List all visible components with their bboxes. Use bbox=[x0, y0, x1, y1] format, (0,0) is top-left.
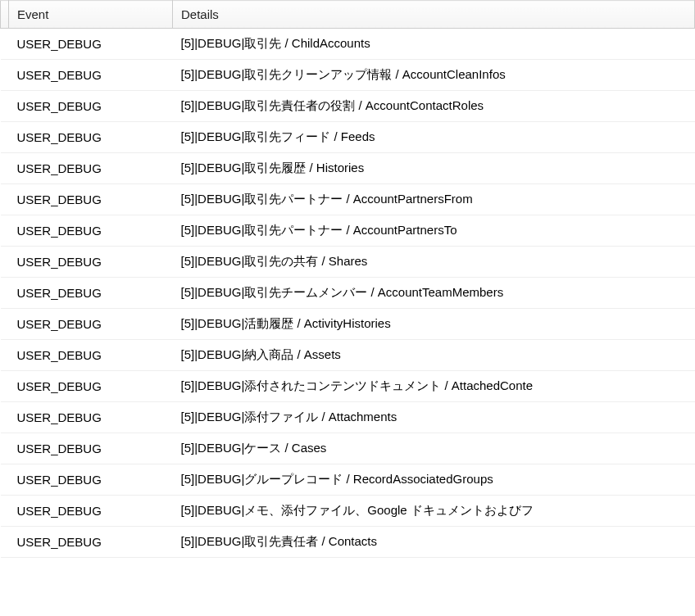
row-checkbox[interactable] bbox=[1, 496, 9, 527]
table-row[interactable]: USER_DEBUG[5]|DEBUG|添付されたコンテンツドキュメント / A… bbox=[1, 371, 695, 402]
row-checkbox[interactable] bbox=[1, 184, 9, 215]
event-cell: USER_DEBUG bbox=[9, 371, 173, 402]
details-cell: [5]|DEBUG|添付されたコンテンツドキュメント / AttachedCon… bbox=[173, 371, 695, 402]
details-cell: [5]|DEBUG|取引先履歴 / Histories bbox=[173, 153, 695, 184]
event-cell: USER_DEBUG bbox=[9, 402, 173, 433]
details-cell: [5]|DEBUG|取引先の共有 / Shares bbox=[173, 247, 695, 278]
event-cell: USER_DEBUG bbox=[9, 91, 173, 122]
row-checkbox[interactable] bbox=[1, 247, 9, 278]
event-cell: USER_DEBUG bbox=[9, 60, 173, 91]
event-cell: USER_DEBUG bbox=[9, 340, 173, 371]
row-checkbox[interactable] bbox=[1, 371, 9, 402]
table-row[interactable]: USER_DEBUG[5]|DEBUG|取引先の共有 / Shares bbox=[1, 247, 695, 278]
row-checkbox[interactable] bbox=[1, 278, 9, 309]
event-cell: USER_DEBUG bbox=[9, 496, 173, 527]
event-cell: USER_DEBUG bbox=[9, 247, 173, 278]
details-cell: [5]|DEBUG|取引先パートナー / AccountPartnersTo bbox=[173, 215, 695, 247]
table-header-row: Event Details bbox=[1, 1, 695, 29]
table-row[interactable]: USER_DEBUG[5]|DEBUG|添付ファイル / Attachments bbox=[1, 402, 695, 433]
row-checkbox[interactable] bbox=[1, 153, 9, 184]
event-cell: USER_DEBUG bbox=[9, 527, 173, 558]
details-cell: [5]|DEBUG|グループレコード / RecordAssociatedGro… bbox=[173, 464, 695, 496]
details-cell: [5]|DEBUG|取引先責任者 / Contacts bbox=[173, 527, 695, 558]
table-row[interactable]: USER_DEBUG[5]|DEBUG|取引先チームメンバー / Account… bbox=[1, 278, 695, 309]
table-row[interactable]: USER_DEBUG[5]|DEBUG|取引先履歴 / Histories bbox=[1, 153, 695, 184]
event-cell: USER_DEBUG bbox=[9, 464, 173, 496]
table-row[interactable]: USER_DEBUG[5]|DEBUG|取引先責任者 / Contacts bbox=[1, 527, 695, 558]
event-cell: USER_DEBUG bbox=[9, 184, 173, 215]
table-row[interactable]: USER_DEBUG[5]|DEBUG|取引先責任者の役割 / AccountC… bbox=[1, 91, 695, 122]
row-checkbox[interactable] bbox=[1, 527, 9, 558]
details-cell: [5]|DEBUG|納入商品 / Assets bbox=[173, 340, 695, 371]
event-cell: USER_DEBUG bbox=[9, 309, 173, 340]
details-cell: [5]|DEBUG|取引先責任者の役割 / AccountContactRole… bbox=[173, 91, 695, 122]
event-cell: USER_DEBUG bbox=[9, 153, 173, 184]
details-cell: [5]|DEBUG|添付ファイル / Attachments bbox=[173, 402, 695, 433]
table-row[interactable]: USER_DEBUG[5]|DEBUG|納入商品 / Assets bbox=[1, 340, 695, 371]
row-checkbox[interactable] bbox=[1, 309, 9, 340]
details-cell: [5]|DEBUG|取引先フィード / Feeds bbox=[173, 122, 695, 153]
table-row[interactable]: USER_DEBUG[5]|DEBUG|取引先パートナー / AccountPa… bbox=[1, 215, 695, 247]
row-checkbox[interactable] bbox=[1, 60, 9, 91]
row-checkbox[interactable] bbox=[1, 464, 9, 496]
event-cell: USER_DEBUG bbox=[9, 278, 173, 309]
row-checkbox[interactable] bbox=[1, 91, 9, 122]
row-checkbox[interactable] bbox=[1, 402, 9, 433]
event-cell: USER_DEBUG bbox=[9, 122, 173, 153]
row-checkbox[interactable] bbox=[1, 29, 9, 60]
details-cell: [5]|DEBUG|メモ、添付ファイル、Google ドキュメントおよびフ bbox=[173, 496, 695, 527]
details-cell: [5]|DEBUG|活動履歴 / ActivityHistories bbox=[173, 309, 695, 340]
event-cell: USER_DEBUG bbox=[9, 433, 173, 464]
table-row[interactable]: USER_DEBUG[5]|DEBUG|活動履歴 / ActivityHisto… bbox=[1, 309, 695, 340]
table-row[interactable]: USER_DEBUG[5]|DEBUG|グループレコード / RecordAss… bbox=[1, 464, 695, 496]
row-checkbox[interactable] bbox=[1, 215, 9, 247]
table-row[interactable]: USER_DEBUG[5]|DEBUG|取引先フィード / Feeds bbox=[1, 122, 695, 153]
header-details[interactable]: Details bbox=[173, 1, 695, 29]
details-cell: [5]|DEBUG|取引先チームメンバー / AccountTeamMember… bbox=[173, 278, 695, 309]
row-checkbox[interactable] bbox=[1, 122, 9, 153]
details-cell: [5]|DEBUG|取引先クリーンアップ情報 / AccountCleanInf… bbox=[173, 60, 695, 91]
table-row[interactable]: USER_DEBUG[5]|DEBUG|取引先パートナー / AccountPa… bbox=[1, 184, 695, 215]
details-cell: [5]|DEBUG|取引先 / ChildAccounts bbox=[173, 29, 695, 60]
details-cell: [5]|DEBUG|取引先パートナー / AccountPartnersFrom bbox=[173, 184, 695, 215]
details-cell: [5]|DEBUG|ケース / Cases bbox=[173, 433, 695, 464]
row-checkbox[interactable] bbox=[1, 433, 9, 464]
table-row[interactable]: USER_DEBUG[5]|DEBUG|メモ、添付ファイル、Google ドキュ… bbox=[1, 496, 695, 527]
table-row[interactable]: USER_DEBUG[5]|DEBUG|ケース / Cases bbox=[1, 433, 695, 464]
header-checkbox[interactable] bbox=[1, 1, 9, 29]
event-cell: USER_DEBUG bbox=[9, 215, 173, 247]
debug-log-table: Event Details USER_DEBUG[5]|DEBUG|取引先 / … bbox=[0, 0, 695, 558]
header-event[interactable]: Event bbox=[9, 1, 173, 29]
row-checkbox[interactable] bbox=[1, 340, 9, 371]
event-cell: USER_DEBUG bbox=[9, 29, 173, 60]
table-row[interactable]: USER_DEBUG[5]|DEBUG|取引先クリーンアップ情報 / Accou… bbox=[1, 60, 695, 91]
table-row[interactable]: USER_DEBUG[5]|DEBUG|取引先 / ChildAccounts bbox=[1, 29, 695, 60]
